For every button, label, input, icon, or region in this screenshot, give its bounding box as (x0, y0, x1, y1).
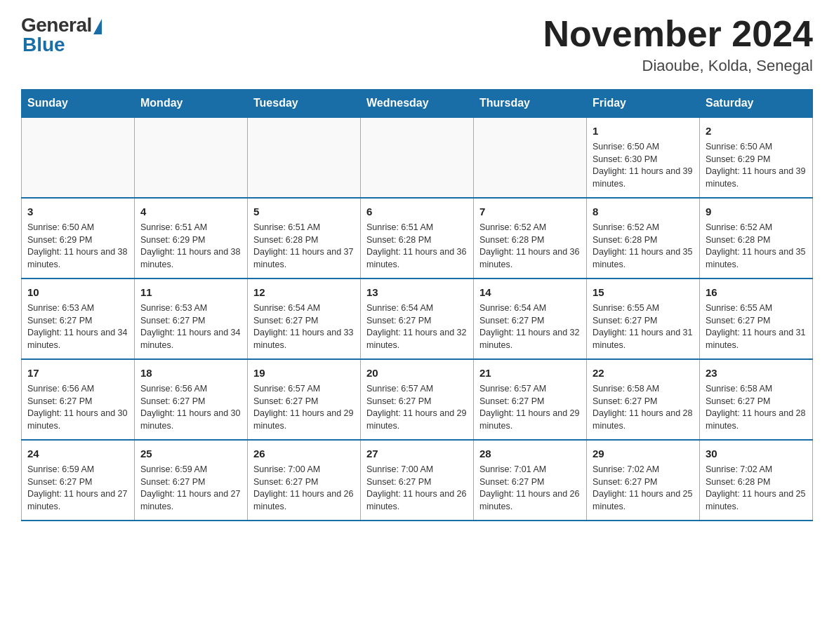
calendar-cell (135, 117, 248, 198)
weekday-header-row: SundayMondayTuesdayWednesdayThursdayFrid… (22, 90, 813, 118)
day-number: 3 (27, 204, 128, 219)
calendar-week-row: 24Sunrise: 6:59 AM Sunset: 6:27 PM Dayli… (22, 440, 813, 521)
day-number: 19 (253, 365, 355, 380)
day-number: 22 (593, 365, 694, 380)
calendar-cell (22, 117, 135, 198)
calendar-cell: 24Sunrise: 6:59 AM Sunset: 6:27 PM Dayli… (22, 440, 135, 521)
day-info: Sunrise: 6:54 AM Sunset: 6:27 PM Dayligh… (366, 302, 468, 351)
weekday-header-sunday: Sunday (22, 90, 135, 118)
calendar-cell: 20Sunrise: 6:57 AM Sunset: 6:27 PM Dayli… (361, 359, 474, 440)
day-info: Sunrise: 6:55 AM Sunset: 6:27 PM Dayligh… (593, 302, 694, 351)
calendar-cell: 28Sunrise: 7:01 AM Sunset: 6:27 PM Dayli… (474, 440, 587, 521)
day-number: 18 (140, 365, 241, 380)
day-number: 16 (706, 285, 807, 300)
logo-blue-text: Blue (21, 34, 65, 56)
calendar-cell: 25Sunrise: 6:59 AM Sunset: 6:27 PM Dayli… (135, 440, 248, 521)
weekday-header-wednesday: Wednesday (361, 90, 474, 118)
day-info: Sunrise: 6:50 AM Sunset: 6:29 PM Dayligh… (27, 222, 128, 271)
day-number: 1 (593, 123, 694, 138)
logo-triangle-icon (93, 19, 102, 34)
day-number: 25 (140, 446, 241, 461)
weekday-header-friday: Friday (587, 90, 700, 118)
calendar-cell: 2Sunrise: 6:50 AM Sunset: 6:29 PM Daylig… (700, 117, 813, 198)
day-number: 6 (366, 204, 468, 219)
calendar-cell: 6Sunrise: 6:51 AM Sunset: 6:28 PM Daylig… (361, 198, 474, 279)
calendar-week-row: 3Sunrise: 6:50 AM Sunset: 6:29 PM Daylig… (22, 198, 813, 279)
calendar-cell: 14Sunrise: 6:54 AM Sunset: 6:27 PM Dayli… (474, 279, 587, 359)
title-block: November 2024 Diaoube, Kolda, Senegal (543, 14, 813, 75)
day-info: Sunrise: 6:53 AM Sunset: 6:27 PM Dayligh… (140, 302, 241, 351)
calendar-cell: 29Sunrise: 7:02 AM Sunset: 6:27 PM Dayli… (587, 440, 700, 521)
weekday-header-thursday: Thursday (474, 90, 587, 118)
day-number: 9 (706, 204, 807, 219)
day-number: 27 (366, 446, 468, 461)
day-info: Sunrise: 6:54 AM Sunset: 6:27 PM Dayligh… (479, 302, 581, 351)
day-number: 17 (27, 365, 128, 380)
weekday-header-saturday: Saturday (700, 90, 813, 118)
calendar-cell: 7Sunrise: 6:52 AM Sunset: 6:28 PM Daylig… (474, 198, 587, 279)
day-info: Sunrise: 6:54 AM Sunset: 6:27 PM Dayligh… (253, 302, 355, 351)
day-number: 12 (253, 285, 355, 300)
calendar-cell: 15Sunrise: 6:55 AM Sunset: 6:27 PM Dayli… (587, 279, 700, 359)
calendar-cell: 22Sunrise: 6:58 AM Sunset: 6:27 PM Dayli… (587, 359, 700, 440)
calendar-week-row: 1Sunrise: 6:50 AM Sunset: 6:30 PM Daylig… (22, 117, 813, 198)
day-number: 14 (479, 285, 581, 300)
day-number: 11 (140, 285, 241, 300)
calendar-cell: 16Sunrise: 6:55 AM Sunset: 6:27 PM Dayli… (700, 279, 813, 359)
day-number: 21 (479, 365, 581, 380)
day-info: Sunrise: 6:59 AM Sunset: 6:27 PM Dayligh… (27, 464, 128, 513)
day-info: Sunrise: 6:55 AM Sunset: 6:27 PM Dayligh… (706, 302, 807, 351)
day-info: Sunrise: 6:52 AM Sunset: 6:28 PM Dayligh… (706, 222, 807, 271)
day-info: Sunrise: 6:51 AM Sunset: 6:29 PM Dayligh… (140, 222, 241, 271)
day-info: Sunrise: 6:52 AM Sunset: 6:28 PM Dayligh… (593, 222, 694, 271)
day-info: Sunrise: 6:57 AM Sunset: 6:27 PM Dayligh… (479, 383, 581, 432)
day-info: Sunrise: 6:58 AM Sunset: 6:27 PM Dayligh… (706, 383, 807, 432)
calendar-cell: 30Sunrise: 7:02 AM Sunset: 6:28 PM Dayli… (700, 440, 813, 521)
day-info: Sunrise: 6:51 AM Sunset: 6:28 PM Dayligh… (253, 222, 355, 271)
calendar-cell: 23Sunrise: 6:58 AM Sunset: 6:27 PM Dayli… (700, 359, 813, 440)
calendar-week-row: 10Sunrise: 6:53 AM Sunset: 6:27 PM Dayli… (22, 279, 813, 359)
page-header: General Blue November 2024 Diaoube, Kold… (21, 14, 813, 75)
day-number: 29 (593, 446, 694, 461)
day-number: 15 (593, 285, 694, 300)
day-info: Sunrise: 6:51 AM Sunset: 6:28 PM Dayligh… (366, 222, 468, 271)
month-year-title: November 2024 (543, 14, 813, 54)
day-info: Sunrise: 6:57 AM Sunset: 6:27 PM Dayligh… (253, 383, 355, 432)
day-number: 30 (706, 446, 807, 461)
day-number: 23 (706, 365, 807, 380)
calendar-cell (474, 117, 587, 198)
calendar-cell: 1Sunrise: 6:50 AM Sunset: 6:30 PM Daylig… (587, 117, 700, 198)
day-number: 20 (366, 365, 468, 380)
weekday-header-monday: Monday (135, 90, 248, 118)
day-info: Sunrise: 6:50 AM Sunset: 6:30 PM Dayligh… (593, 141, 694, 190)
day-info: Sunrise: 6:56 AM Sunset: 6:27 PM Dayligh… (140, 383, 241, 432)
day-info: Sunrise: 6:52 AM Sunset: 6:28 PM Dayligh… (479, 222, 581, 271)
day-number: 4 (140, 204, 241, 219)
calendar-cell: 5Sunrise: 6:51 AM Sunset: 6:28 PM Daylig… (248, 198, 361, 279)
day-number: 13 (366, 285, 468, 300)
calendar-week-row: 17Sunrise: 6:56 AM Sunset: 6:27 PM Dayli… (22, 359, 813, 440)
day-number: 8 (593, 204, 694, 219)
day-info: Sunrise: 6:56 AM Sunset: 6:27 PM Dayligh… (27, 383, 128, 432)
day-info: Sunrise: 7:00 AM Sunset: 6:27 PM Dayligh… (366, 464, 468, 513)
day-info: Sunrise: 6:57 AM Sunset: 6:27 PM Dayligh… (366, 383, 468, 432)
calendar-cell: 9Sunrise: 6:52 AM Sunset: 6:28 PM Daylig… (700, 198, 813, 279)
day-info: Sunrise: 7:02 AM Sunset: 6:28 PM Dayligh… (706, 464, 807, 513)
calendar-cell: 17Sunrise: 6:56 AM Sunset: 6:27 PM Dayli… (22, 359, 135, 440)
day-info: Sunrise: 7:01 AM Sunset: 6:27 PM Dayligh… (479, 464, 581, 513)
day-info: Sunrise: 7:00 AM Sunset: 6:27 PM Dayligh… (253, 464, 355, 513)
calendar-cell: 8Sunrise: 6:52 AM Sunset: 6:28 PM Daylig… (587, 198, 700, 279)
calendar-cell: 3Sunrise: 6:50 AM Sunset: 6:29 PM Daylig… (22, 198, 135, 279)
calendar-cell (248, 117, 361, 198)
day-info: Sunrise: 6:53 AM Sunset: 6:27 PM Dayligh… (27, 302, 128, 351)
day-number: 2 (706, 123, 807, 138)
day-info: Sunrise: 7:02 AM Sunset: 6:27 PM Dayligh… (593, 464, 694, 513)
calendar-cell: 26Sunrise: 7:00 AM Sunset: 6:27 PM Dayli… (248, 440, 361, 521)
location-subtitle: Diaoube, Kolda, Senegal (543, 57, 813, 75)
calendar-table: SundayMondayTuesdayWednesdayThursdayFrid… (21, 89, 813, 521)
calendar-cell (361, 117, 474, 198)
calendar-cell: 4Sunrise: 6:51 AM Sunset: 6:29 PM Daylig… (135, 198, 248, 279)
logo: General Blue (21, 14, 102, 56)
weekday-header-tuesday: Tuesday (248, 90, 361, 118)
day-number: 5 (253, 204, 355, 219)
